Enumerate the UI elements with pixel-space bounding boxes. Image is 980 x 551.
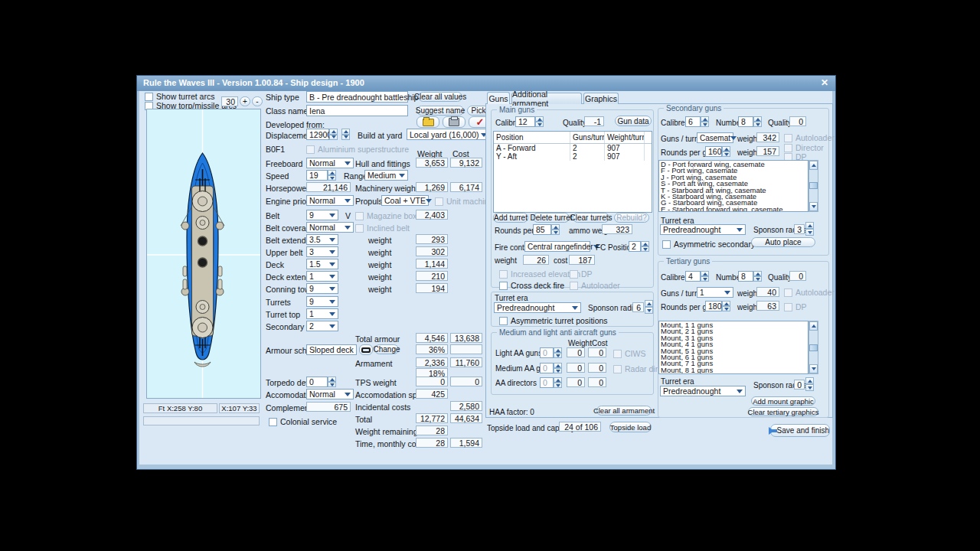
main-rounds-input[interactable]: 85 xyxy=(533,224,551,235)
scroll-up-icon[interactable] xyxy=(809,161,818,170)
sec-calibre-spinner[interactable] xyxy=(701,116,709,127)
turrets-select[interactable]: 9 xyxy=(306,296,338,307)
auto-place-button[interactable]: Auto place xyxy=(751,237,815,247)
deck-extended-select[interactable]: 1 xyxy=(306,271,338,282)
accomodation-select[interactable]: Normal xyxy=(306,389,354,399)
freeboard-select[interactable]: Normal xyxy=(306,158,354,168)
delete-turret-button[interactable]: Delete turret xyxy=(533,213,570,223)
ship-design-canvas[interactable] xyxy=(146,109,261,399)
print-design-button[interactable] xyxy=(443,116,466,128)
belt-select[interactable]: 9 xyxy=(306,210,338,220)
belt-extended-select[interactable]: 3.5 xyxy=(306,234,338,245)
clear-tertiary-graphics-button[interactable]: Clear tertiary graphics xyxy=(748,407,818,416)
load-design-button[interactable] xyxy=(416,116,439,128)
ship-type-select[interactable]: B - Pre dreadnought battleship xyxy=(306,91,408,103)
ter-sponson-spinner[interactable] xyxy=(805,377,814,391)
change-armour-scheme-button[interactable]: Change xyxy=(374,344,399,354)
fc-positions-spinner[interactable] xyxy=(641,241,649,252)
displacement-coarse-spinner[interactable] xyxy=(341,129,350,140)
ter-rounds-input[interactable]: 180 xyxy=(705,301,722,311)
main-sponson-spinner[interactable] xyxy=(645,300,653,314)
scroll-down-icon[interactable] xyxy=(809,364,818,373)
engine-priority-select[interactable]: Normal xyxy=(306,195,354,206)
sec-turret-era-select[interactable]: Predreadnought xyxy=(660,224,746,235)
tertiary-mount-item[interactable]: Mount, 8 1 guns xyxy=(661,367,808,373)
ter-number-input[interactable]: 8 xyxy=(738,271,753,282)
ter-number-spinner[interactable] xyxy=(753,271,762,282)
sec-rounds-input[interactable]: 160 xyxy=(705,146,722,157)
asymmetric-turret-positions-checkbox[interactable]: Asymmetric turret positions xyxy=(499,316,608,325)
secondary-positions-list[interactable]: D - Port forward wing, casemateF - Port … xyxy=(658,160,808,212)
checkbox-box[interactable] xyxy=(269,418,277,426)
upper-belt-select[interactable]: 3 xyxy=(306,246,338,257)
secondary-list-scrollbar[interactable] xyxy=(808,160,818,212)
gun-data-button[interactable]: Gun data xyxy=(615,116,652,126)
arc-minus-button[interactable]: - xyxy=(252,96,263,106)
arc-plus-button[interactable]: + xyxy=(240,96,250,106)
sec-number-spinner[interactable] xyxy=(753,116,762,127)
sec-rounds-spinner[interactable] xyxy=(722,146,730,157)
scroll-up-icon[interactable] xyxy=(809,321,818,331)
main-rounds-spinner[interactable] xyxy=(551,224,560,235)
deck-select[interactable]: 1.5 xyxy=(306,259,338,269)
sec-calibre-input[interactable]: 6 xyxy=(685,116,701,127)
colonial-service-checkbox[interactable]: Colonial service xyxy=(269,417,337,426)
topside-load-button[interactable]: Topside load xyxy=(609,422,652,432)
tab-guns[interactable]: Guns xyxy=(487,92,510,104)
tertiary-mounts-list[interactable]: Mount, 1 1 gunsMount, 2 1 gunsMount, 3 1… xyxy=(658,321,808,374)
class-name-input[interactable]: Iena xyxy=(306,105,408,116)
checkbox-box[interactable] xyxy=(662,240,671,249)
title-bar[interactable]: Rule the Waves III - Version 1.00.84 - S… xyxy=(137,76,835,91)
belt-coverage-select[interactable]: Normal xyxy=(306,222,354,233)
checkbox-box[interactable] xyxy=(499,317,508,325)
cross-deck-fire-checkbox[interactable]: Cross deck fire xyxy=(499,281,564,290)
torpedo-defence-spinner[interactable] xyxy=(328,377,336,387)
suggest-name-button[interactable]: Suggest name xyxy=(416,106,464,116)
speed-spinner[interactable] xyxy=(328,170,336,181)
propulsion-select[interactable]: Coal + VTE xyxy=(381,195,429,206)
speed-input[interactable]: 19 xyxy=(306,170,328,181)
sec-number-input[interactable]: 8 xyxy=(738,116,753,127)
secondary-guns-armour-select[interactable]: 2 xyxy=(306,321,338,331)
add-mount-graphic-button[interactable]: Add mount graphic xyxy=(751,396,815,406)
sec-guns-turret-select[interactable]: Casemat xyxy=(697,132,733,143)
medium-aa-spinner[interactable] xyxy=(554,363,562,373)
show-turret-arcs-checkbox[interactable]: Show turret arcs xyxy=(145,92,214,101)
tab-additional-armament[interactable]: Additional armament xyxy=(511,93,582,104)
main-gun-table-row[interactable]: Y - Aft2907 xyxy=(494,152,652,161)
scroll-down-icon[interactable] xyxy=(809,202,818,211)
torpedo-defence-input[interactable]: 0 xyxy=(306,377,328,387)
fc-positions-input[interactable]: 2 xyxy=(629,241,641,252)
displacement-spinner[interactable] xyxy=(329,129,338,140)
ter-calibre-input[interactable]: 4 xyxy=(685,271,701,282)
light-aa-spinner[interactable] xyxy=(554,347,562,358)
tertiary-list-scrollbar[interactable] xyxy=(808,321,818,374)
main-turret-era-select[interactable]: Predreadnought xyxy=(494,302,581,313)
clear-all-armament-button[interactable]: Clear all armament xyxy=(596,406,652,416)
clear-all-values-button[interactable]: Clear all values xyxy=(418,92,462,102)
close-icon[interactable]: ✕ xyxy=(821,77,828,88)
ter-rounds-spinner[interactable] xyxy=(722,301,730,311)
build-at-yard-select[interactable]: Local yard (16,000) xyxy=(407,129,490,140)
tab-graphics[interactable]: Graphics xyxy=(583,93,619,104)
main-calibre-input[interactable]: 12 xyxy=(515,116,535,127)
main-gun-table[interactable]: Position Guns/turret Weight/turret A - F… xyxy=(493,131,652,213)
conning-tower-select[interactable]: 9 xyxy=(306,283,338,294)
main-calibre-spinner[interactable] xyxy=(535,116,544,127)
displacement-input[interactable]: 12900 xyxy=(306,129,329,140)
fire-control-select[interactable]: Central rangefinder xyxy=(524,241,590,252)
ter-guns-turret-select[interactable]: 1 xyxy=(697,287,733,298)
checkbox-box[interactable] xyxy=(145,93,153,101)
save-and-finish-button[interactable]: Save and finish xyxy=(770,424,830,437)
aa-directors-spinner[interactable] xyxy=(554,377,562,388)
checkbox-box[interactable] xyxy=(499,282,508,290)
armour-scheme-preview-button[interactable] xyxy=(359,344,373,355)
main-gun-table-row[interactable]: A - Forward2907 xyxy=(494,144,652,152)
clear-turrets-button[interactable]: Clear turrets xyxy=(573,213,609,223)
scroll-thumb[interactable] xyxy=(809,182,818,189)
sec-sponson-spinner[interactable] xyxy=(805,222,814,236)
scroll-thumb[interactable] xyxy=(809,344,818,351)
secondary-position-item[interactable]: E - Starboard forward wing, casemate xyxy=(661,207,808,212)
turret-top-select[interactable]: 1 xyxy=(306,308,338,319)
range-select[interactable]: Medium xyxy=(364,170,408,181)
